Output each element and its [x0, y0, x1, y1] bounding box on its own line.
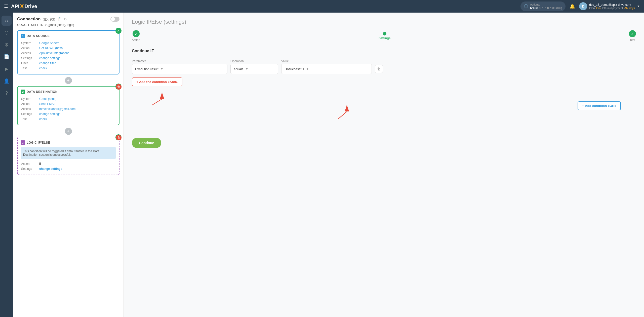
sidebar-item-play[interactable]: ▶: [2, 64, 12, 74]
action-value: If: [39, 162, 41, 166]
continue-if-title: Continue IF: [132, 49, 154, 54]
add-step-2[interactable]: +: [65, 128, 72, 135]
table-row: Access Apix-drive Integrations: [21, 51, 115, 55]
main-layout: ⌂ ⬡ $ 📄 ▶ 👤 ? Connection (ID: 93) 📋 ⚙ GO…: [0, 13, 644, 317]
nav-left: ☰ API X Drive: [4, 3, 37, 10]
val-group: Value Unsuccessful ▼: [281, 59, 372, 74]
settings-link2[interactable]: change settings: [39, 112, 60, 116]
table-row: System Gmail (send): [21, 97, 115, 101]
progress-steps: ✓ Action Settings ✓ Test: [132, 30, 636, 42]
access-link2[interactable]: maverickandrii@gmail.com: [39, 107, 75, 111]
row-key: System: [21, 41, 39, 45]
sidebar-item-help[interactable]: ?: [2, 88, 12, 98]
connection-header: Connection (ID: 93) 📋 ⚙: [17, 17, 119, 22]
filter-link[interactable]: change filter: [39, 61, 56, 65]
actions-count: 6'188: [530, 6, 538, 10]
table-row: Test check: [21, 66, 115, 70]
connection-subtitle: GOOGLE SHEETS -> (gmail (send), logic): [17, 23, 119, 27]
test-link2[interactable]: check: [39, 117, 47, 121]
bell-icon[interactable]: 🔔: [570, 4, 575, 9]
connection-title: Connection: [17, 17, 41, 22]
logo-api: API: [11, 4, 19, 9]
section1-num: 1: [21, 34, 25, 38]
delete-filter-button[interactable]: 🗑: [375, 65, 383, 73]
sidebar-item-home[interactable]: ⌂: [2, 16, 12, 26]
hamburger-icon[interactable]: ☰: [4, 4, 8, 9]
user-info[interactable]: D dev_d3_demo@apix-drive.com Plan |Pro| …: [579, 2, 640, 10]
system-link[interactable]: Google Sheets: [39, 41, 59, 45]
user-plan: Plan |Pro| left until payment 292 days: [589, 7, 635, 10]
test-link[interactable]: check: [39, 66, 47, 70]
step-line-1: [140, 34, 379, 34]
val-select[interactable]: Unsuccessful ▼: [281, 64, 372, 74]
copy-icon[interactable]: 📋: [57, 17, 62, 21]
row-key: Action: [21, 102, 39, 106]
settings-link[interactable]: change settings: [39, 56, 60, 60]
settings-link3[interactable]: change settings: [39, 167, 62, 171]
action-link2[interactable]: Send EMAIL: [39, 102, 56, 106]
op-value: equals: [234, 67, 243, 71]
logo-drive: Drive: [24, 4, 37, 9]
op-select[interactable]: equals ▼: [230, 64, 278, 74]
sidebar-item-network[interactable]: ⬡: [2, 28, 12, 38]
section3-delete[interactable]: 🗑: [116, 135, 122, 140]
step-test-label: Test: [630, 38, 635, 42]
sidebar-item-profile[interactable]: 👤: [2, 76, 12, 86]
actions-total: of 10'000'000 (0%): [539, 7, 562, 10]
avatar: D: [579, 2, 587, 10]
row-key: Filter: [21, 61, 39, 65]
add-or-button[interactable]: + Add condition «OR»: [578, 101, 621, 110]
section1-check: ✓: [115, 28, 122, 34]
section3-table: Action If Settings change settings: [21, 161, 116, 172]
row-key: Action: [21, 46, 39, 50]
row-key: Settings: [21, 112, 39, 116]
add-and-label: + Add the condition «And»: [136, 80, 178, 84]
step-action: ✓ Action: [132, 30, 140, 42]
table-row: Filter change filter: [21, 61, 115, 65]
action-link[interactable]: Get ROWS (new): [39, 46, 63, 50]
connection-toggle[interactable]: [110, 17, 119, 22]
chevron-down-icon: ▼: [637, 5, 640, 8]
section3-label: LOGIC IF/ELSE: [27, 141, 50, 144]
val-value: Unsuccessful: [285, 67, 304, 71]
row-key: Test: [21, 117, 39, 121]
continue-button[interactable]: Continue: [132, 138, 161, 148]
sidebar-item-connections[interactable]: 📄: [2, 52, 12, 62]
table-row: Access maverickandrii@gmail.com: [21, 107, 115, 111]
left-panel: Connection (ID: 93) 📋 ⚙ GOOGLE SHEETS ->…: [13, 13, 124, 317]
arrows-overlay: [132, 91, 358, 142]
param-group: Parameter Execution result ▼: [132, 59, 227, 74]
user-email: dev_d3_demo@apix-drive.com: [589, 3, 635, 7]
row-key: Settings: [21, 167, 39, 171]
row-key: Access: [21, 51, 39, 55]
section1-table: System Google Sheets Action Get ROWS (ne…: [21, 40, 116, 71]
nav-right: ⓘ Actions: 6'188 of 10'000'000 (0%) 🔔 D …: [520, 2, 640, 11]
section2-delete[interactable]: 🗑: [116, 84, 122, 90]
system-link2[interactable]: Gmail (send): [39, 97, 57, 101]
user-details: dev_d3_demo@apix-drive.com Plan |Pro| le…: [589, 3, 635, 10]
param-select[interactable]: Execution result ▼: [132, 64, 227, 74]
gear-icon[interactable]: ⚙: [64, 17, 67, 21]
page-title: Logic If/Else (settings): [132, 19, 636, 25]
row-key: System: [21, 97, 39, 101]
table-row: Settings change settings: [21, 112, 115, 116]
step-settings-label: Settings: [379, 36, 390, 40]
table-row: Settings change settings: [21, 56, 115, 60]
step-settings-circle: [383, 32, 386, 35]
step-action-circle: ✓: [133, 30, 140, 37]
table-row: System Google Sheets: [21, 41, 115, 45]
table-row: Action Send EMAIL: [21, 102, 115, 106]
sidebar-item-billing[interactable]: $: [2, 40, 12, 50]
val-arrow-icon: ▼: [306, 67, 309, 71]
access-link[interactable]: Apix-drive Integrations: [39, 51, 69, 55]
data-source-section: ✓ 1 DATA SOURCE System Google Sheets Act…: [17, 30, 119, 74]
add-and-button[interactable]: + Add the condition «And»: [132, 77, 182, 86]
row-key: Access: [21, 107, 39, 111]
op-group: Operation equals ▼: [230, 59, 278, 74]
add-step-1[interactable]: +: [65, 77, 72, 84]
logo: API X Drive: [11, 3, 37, 10]
row-key: Action: [21, 162, 39, 166]
table-row: Test check: [21, 117, 115, 121]
row-key: Settings: [21, 56, 39, 60]
section3-num: 3: [21, 140, 25, 145]
